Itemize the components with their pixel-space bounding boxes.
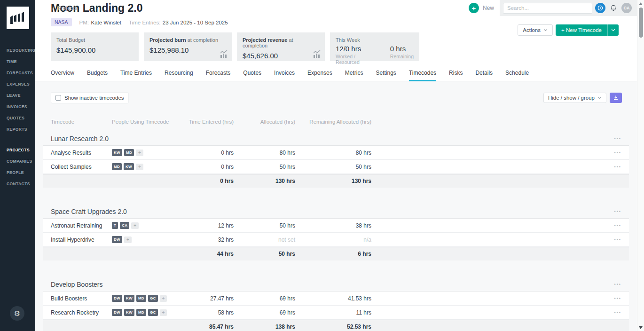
person-chip[interactable]: MD	[136, 309, 146, 316]
timecode-name[interactable]: Collect Samples	[51, 164, 112, 170]
sidebar-item-time[interactable]: TIME	[0, 56, 35, 67]
person-chip[interactable]: KW	[124, 309, 134, 316]
new-timecode-button[interactable]: + New Timecode	[556, 24, 619, 36]
sidebar-item-reports[interactable]: REPORTS	[0, 124, 35, 135]
breadcrumb[interactable]: ← Projects	[51, 5, 77, 11]
logo-bars-icon	[10, 12, 26, 24]
table-header-row: Timecode People Using Timecode Time Ente…	[43, 118, 629, 126]
timecode-name[interactable]: Research Rocketry	[51, 309, 112, 316]
sidebar-item-leave[interactable]: LEAVE	[0, 90, 35, 101]
sidebar-item-projects[interactable]: PROJECTS	[0, 144, 35, 156]
col-time-entered: Time Entered (hrs)	[179, 119, 234, 125]
sidebar-item-contacts[interactable]: CONTACTS	[0, 178, 35, 189]
add-person-button[interactable]: +	[136, 150, 143, 156]
more-options-button[interactable]: •••	[607, 310, 621, 315]
tab-time-entries[interactable]: Time Entries	[120, 68, 152, 81]
people-chips: DW KW MD GC +	[112, 309, 179, 316]
worked-label: Worked / Resourced	[336, 54, 378, 65]
show-inactive-checkbox[interactable]	[55, 95, 61, 101]
search-input[interactable]	[503, 3, 592, 14]
person-chip[interactable]: KW	[112, 149, 122, 156]
summary-cards: Total Budget $145,900.00 Projected burn …	[35, 32, 637, 61]
sidebar-item-invoices[interactable]: INVOICES	[0, 101, 35, 112]
more-options-button[interactable]: •••	[607, 165, 621, 169]
actions-button[interactable]: Actions	[518, 24, 553, 36]
group-name: Develop Boosters	[51, 281, 614, 288]
tab-budgets[interactable]: Budgets	[87, 68, 108, 81]
allocated-cell: 50 hrs	[234, 164, 295, 170]
tab-forecasts[interactable]: Forecasts	[206, 68, 231, 81]
new-timecode-dropdown[interactable]	[607, 24, 619, 36]
timer-button[interactable]	[595, 3, 605, 13]
tab-settings[interactable]: Settings	[376, 68, 396, 81]
sidebar-item-companies[interactable]: COMPANIES	[0, 156, 35, 167]
person-chip[interactable]: MD	[136, 295, 146, 302]
tab-invoices[interactable]: Invoices	[274, 68, 295, 81]
vertical-scrollbar[interactable]	[637, 0, 644, 331]
person-chip[interactable]: DW	[112, 295, 122, 302]
pm-label: PM:	[79, 20, 89, 25]
chart-icon[interactable]	[313, 50, 321, 58]
global-new-button[interactable]: +	[469, 3, 479, 13]
person-chip[interactable]: KW	[124, 295, 134, 302]
add-person-button[interactable]: +	[160, 295, 167, 302]
person-chip[interactable]: CA	[120, 222, 129, 229]
chart-icon[interactable]	[220, 50, 228, 58]
more-options-button[interactable]: •••	[607, 150, 621, 155]
timecode-name[interactable]: Astronaut Retraining	[51, 222, 112, 229]
add-person-button[interactable]: +	[160, 309, 167, 316]
person-chip[interactable]: DW	[112, 309, 122, 316]
more-options-button[interactable]: •••	[607, 223, 621, 228]
settings-gear-button[interactable]: ⚙	[10, 306, 24, 321]
hide-show-group-button[interactable]: Hide / show / group	[543, 93, 606, 103]
more-options-button[interactable]: •••	[614, 282, 621, 287]
timecode-name[interactable]: Build Boosters	[51, 295, 112, 302]
add-person-button[interactable]: +	[131, 222, 139, 229]
person-chip[interactable]: T	[112, 222, 118, 229]
sidebar-item-quotes[interactable]: QUOTES	[0, 112, 35, 124]
sidebar-item-expenses[interactable]: EXPENSES	[0, 79, 35, 90]
tab-timecodes[interactable]: Timecodes	[409, 68, 436, 81]
person-chip[interactable]: KW	[124, 163, 134, 170]
show-inactive-toggle[interactable]: Show inactive timecodes	[51, 92, 129, 103]
tab-overview[interactable]: Overview	[51, 68, 74, 81]
card-label: Projected revenue at completion	[243, 37, 319, 48]
scroll-down-arrow-icon[interactable]	[639, 326, 643, 329]
app-logo[interactable]	[7, 7, 29, 29]
more-options-button[interactable]: •••	[614, 209, 621, 214]
person-chip[interactable]: GC	[148, 309, 158, 316]
sidebar-item-resourcing[interactable]: RESOURCING	[0, 45, 35, 56]
sidebar: RESOURCING TIME FORECASTS EXPENSES LEAVE…	[0, 0, 35, 331]
timecode-name[interactable]: Analyse Results	[51, 150, 112, 156]
people-chips: MD KW +	[112, 163, 179, 170]
tab-risks[interactable]: Risks	[449, 68, 463, 81]
person-chip[interactable]: MD	[124, 149, 134, 156]
tab-quotes[interactable]: Quotes	[243, 68, 261, 81]
sidebar-nav-primary: RESOURCING TIME FORECASTS EXPENSES LEAVE…	[0, 45, 35, 135]
more-options-button[interactable]: •••	[607, 296, 621, 301]
person-chip[interactable]: DW	[112, 236, 122, 243]
export-button[interactable]	[610, 93, 622, 103]
tab-schedule[interactable]: Schedule	[505, 68, 529, 81]
sidebar-item-forecasts[interactable]: FORECASTS	[0, 67, 35, 79]
notifications-button[interactable]	[608, 3, 619, 13]
tab-expenses[interactable]: Expenses	[307, 68, 332, 81]
timecode-name[interactable]: Install Hyperdrive	[51, 236, 112, 243]
tab-details[interactable]: Details	[475, 68, 493, 81]
more-options-button[interactable]: •••	[607, 237, 621, 242]
scrollbar-thumb[interactable]	[639, 8, 643, 38]
project-tabs: Overview Budgets Time Entries Resourcing…	[35, 68, 637, 81]
hide-show-group-label: Hide / show / group	[548, 95, 595, 101]
add-person-button[interactable]: +	[136, 164, 143, 170]
group-header: Lunar Research 2.0 •••	[43, 132, 629, 146]
user-avatar[interactable]: CA	[621, 3, 632, 13]
allocated-cell: not set	[234, 236, 295, 243]
person-chip[interactable]: MD	[112, 163, 122, 170]
tab-resourcing[interactable]: Resourcing	[165, 68, 193, 81]
sidebar-item-people[interactable]: PEOPLE	[0, 167, 35, 178]
tab-metrics[interactable]: Metrics	[345, 68, 363, 81]
add-person-button[interactable]: +	[124, 236, 132, 243]
scroll-up-arrow-icon[interactable]	[639, 2, 643, 5]
person-chip[interactable]: GC	[148, 295, 158, 302]
more-options-button[interactable]: •••	[614, 136, 621, 141]
